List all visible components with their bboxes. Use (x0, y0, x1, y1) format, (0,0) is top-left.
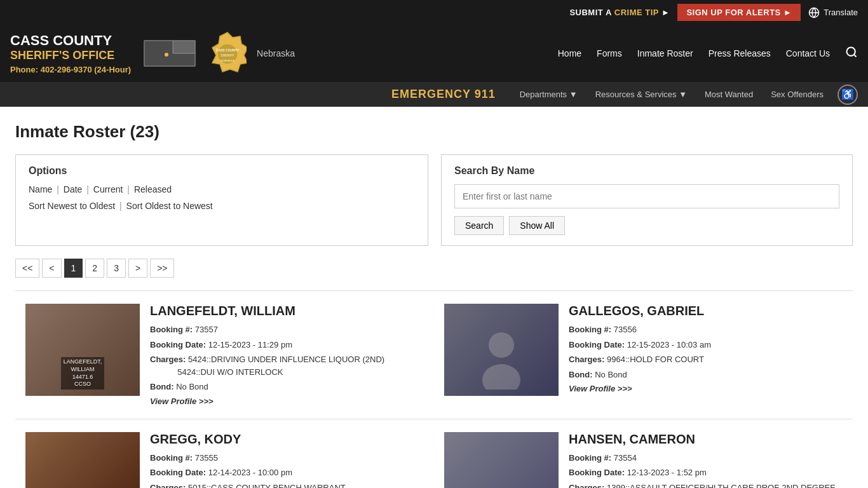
svg-text:NEBRASKA: NEBRASKA (220, 59, 234, 62)
nav-forms[interactable]: Forms (597, 48, 622, 58)
subnav-resources[interactable]: Resources & Services ▼ (587, 82, 696, 107)
inmate-entry-langefeldt: LANGEFELDT,WILLIAM14471.6CCSO LANGEFELDT… (15, 290, 434, 419)
view-profile-langefeldt[interactable]: View Profile >>> (150, 396, 214, 406)
pagination-page-2[interactable]: 2 (85, 259, 104, 278)
inmate-booking-num-langefeldt: Booking #: 73557 (150, 323, 424, 336)
svg-line-12 (854, 54, 857, 57)
inmate-photo-langefeldt: LANGEFELDT,WILLIAM14471.6CCSO (25, 304, 140, 396)
search-box: Search By Name Search Show All (441, 154, 853, 246)
pagination-last[interactable]: >> (150, 259, 174, 278)
inmate-booking-num-hansen: Booking #: 73554 (569, 452, 843, 464)
nav-home[interactable]: Home (558, 48, 581, 58)
svg-text:SHERIFF: SHERIFF (220, 53, 234, 57)
sort-links: Sort Newest to Oldest | Sort Oldest to N… (29, 201, 415, 211)
agency-sub-name: SHERIFF'S OFFICE (10, 49, 131, 62)
sub-nav: EMERGENCY 911 Departments ▼ Resources & … (0, 82, 868, 107)
inmate-charges-gregg: Charges: 5015::CASS COUNTY BENCH WARRANT… (150, 482, 424, 489)
inmate-name-langefeldt: LANGEFELDT, WILLIAM (150, 304, 424, 318)
nav-inmate-roster[interactable]: Inmate Roster (637, 48, 693, 58)
inmate-name-hansen: HANSEN, CAMERON (569, 432, 843, 447)
accessibility-button[interactable]: ♿ (837, 85, 858, 105)
options-search-row: Options Name | Date | Current | Released… (15, 154, 853, 246)
pagination-next[interactable]: > (128, 259, 147, 278)
globe-icon (808, 7, 820, 18)
options-heading: Options (29, 165, 415, 177)
inmate-entry-hansen: HANSEN, HANSEN, CAMERON Booking #: 73554… (434, 419, 853, 489)
page-title: Inmate Roster (23) (15, 122, 853, 142)
search-buttons: Search Show All (454, 216, 839, 235)
translate-label: Translate (824, 8, 858, 17)
translate-button[interactable]: Translate (808, 7, 858, 18)
filter-date[interactable]: Date (64, 184, 83, 194)
nav-press-releases[interactable]: Press Releases (709, 48, 771, 58)
pagination: << < 1 2 3 > >> (15, 259, 853, 278)
subnav-sex-offenders[interactable]: Sex Offenders (762, 82, 832, 107)
inmate-info-langefeldt: LANGEFELDT, WILLIAM Booking #: 73557 Boo… (150, 304, 424, 406)
filter-released[interactable]: Released (134, 184, 172, 194)
svg-point-11 (847, 47, 855, 55)
svg-rect-3 (173, 41, 195, 53)
inmate-info-gallegos: GALLEGOS, GABRIEL Booking #: 73556 Booki… (569, 304, 843, 406)
inmate-booking-date-hansen: Booking Date: 12-13-2023 - 1:52 pm (569, 466, 843, 479)
search-icon (845, 46, 858, 58)
svg-point-14 (482, 364, 520, 390)
svg-point-5 (165, 53, 168, 57)
svg-point-13 (489, 332, 514, 358)
emergency-label: EMERGENCY 911 (391, 88, 496, 101)
top-bar: SUBMIT A CRIME TIP ► SIGN UP FOR ALERTS … (0, 0, 868, 25)
crime-tip-button[interactable]: SUBMIT A CRIME TIP ► (569, 8, 670, 17)
pagination-prev[interactable]: < (42, 259, 61, 278)
inmate-bond-langefeldt: Bond: No Bond (150, 381, 424, 393)
agency-info: CASS COUNTY SHERIFF'S OFFICE Phone: 402-… (10, 32, 131, 74)
phone-info: Phone: 402-296-9370 (24-Hour) (10, 65, 131, 74)
inmate-grid: LANGEFELDT,WILLIAM14471.6CCSO LANGEFELDT… (15, 290, 853, 488)
sheriff-badge-icon: CASS COUNTY SHERIFF NEBRASKA (208, 31, 247, 76)
inmate-charges-hansen: Charges: 1399::ASSAULT-OFFICER/HLTH CARE… (569, 482, 843, 489)
filter-links: Name | Date | Current | Released (29, 184, 415, 194)
inmate-photo-gallegos (444, 304, 559, 396)
agency-main-name: CASS COUNTY (10, 32, 131, 49)
sort-newest[interactable]: Sort Newest to Oldest (29, 201, 115, 211)
nav-contact-us[interactable]: Contact Us (786, 48, 830, 58)
main-content: Inmate Roster (23) Options Name | Date |… (0, 107, 868, 488)
inmate-booking-date-gregg: Booking Date: 12-14-2023 - 10:00 pm (150, 466, 424, 479)
nebraska-map-icon (141, 34, 198, 72)
search-heading: Search By Name (454, 165, 839, 177)
sub-nav-links: Departments ▼ Resources & Services ▼ Mos… (511, 82, 832, 107)
view-profile-gallegos[interactable]: View Profile >>> (569, 384, 632, 393)
filter-current[interactable]: Current (93, 184, 123, 194)
inmate-name-gregg: GREGG, KODY (150, 432, 424, 447)
state-label: Nebraska (257, 48, 295, 58)
pagination-first[interactable]: << (15, 259, 39, 278)
show-all-button[interactable]: Show All (509, 216, 565, 235)
svg-text:CASS COUNTY: CASS COUNTY (216, 48, 240, 52)
pagination-page-1[interactable]: 1 (64, 259, 83, 278)
inmate-photo-gregg: GREGG, (25, 432, 140, 489)
inmate-entry-gallegos: GALLEGOS, GABRIEL Booking #: 73556 Booki… (434, 290, 853, 419)
pagination-page-3[interactable]: 3 (107, 259, 126, 278)
inmate-charges-gallegos: Charges: 9964::HOLD FOR COURT (569, 353, 843, 366)
header-nav: Home Forms Inmate Roster Press Releases … (558, 46, 858, 62)
inmate-booking-num-gallegos: Booking #: 73556 (569, 323, 843, 336)
search-input[interactable] (454, 184, 839, 208)
gallegos-photo-svg (476, 326, 527, 390)
header-search-button[interactable] (845, 46, 858, 62)
subnav-departments[interactable]: Departments ▼ (511, 82, 587, 107)
site-header: CASS COUNTY SHERIFF'S OFFICE Phone: 402-… (0, 25, 868, 82)
inmate-charges-langefeldt: Charges: 5424::DRIVING UNDER INFLUENCE L… (150, 353, 424, 378)
inmate-booking-num-gregg: Booking #: 73555 (150, 452, 424, 464)
sort-oldest[interactable]: Sort Oldest to Newest (126, 201, 213, 211)
inmate-entry-gregg: GREGG, GREGG, KODY Booking #: 73555 Book… (15, 419, 434, 489)
inmate-booking-date-gallegos: Booking Date: 12-15-2023 - 10:03 am (569, 339, 843, 351)
inmate-info-hansen: HANSEN, CAMERON Booking #: 73554 Booking… (569, 432, 843, 489)
alerts-button[interactable]: SIGN UP FOR ALERTS ► (677, 4, 801, 21)
inmate-booking-date-langefeldt: Booking Date: 12-15-2023 - 11:29 pm (150, 339, 424, 351)
inmate-bond-gallegos: Bond: No Bond (569, 369, 843, 381)
subnav-most-wanted[interactable]: Most Wanted (696, 82, 762, 107)
inmate-photo-hansen: HANSEN, (444, 432, 559, 489)
search-button[interactable]: Search (454, 216, 504, 235)
filter-name[interactable]: Name (29, 184, 52, 194)
header-left: CASS COUNTY SHERIFF'S OFFICE Phone: 402-… (10, 25, 295, 82)
options-box: Options Name | Date | Current | Released… (15, 154, 428, 246)
inmate-info-gregg: GREGG, KODY Booking #: 73555 Booking Dat… (150, 432, 424, 489)
